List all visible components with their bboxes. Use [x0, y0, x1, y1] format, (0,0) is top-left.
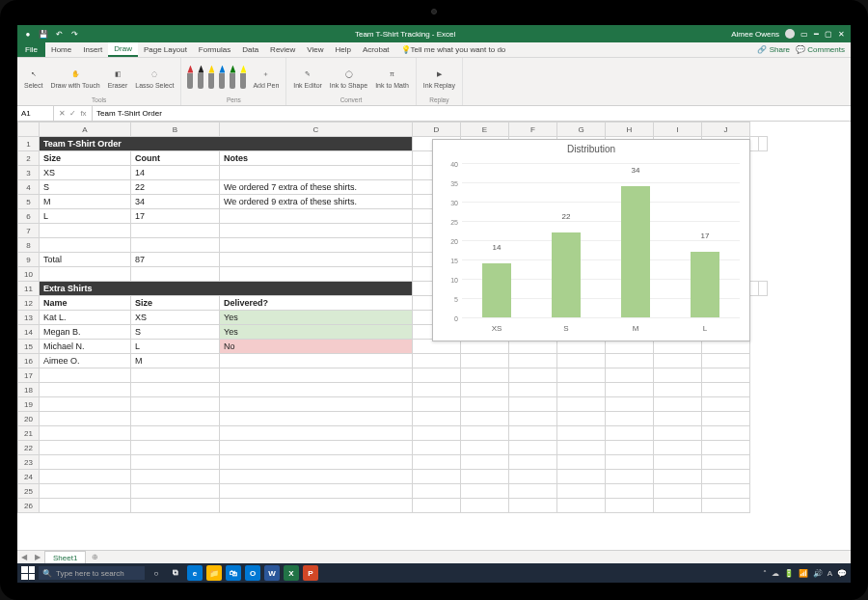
cell-size2-2[interactable]: L	[131, 340, 220, 354]
cell-notes-3[interactable]	[220, 209, 413, 224]
cell-I20[interactable]	[654, 412, 702, 426]
cell-D24[interactable]	[413, 470, 461, 484]
cell-A17[interactable]	[40, 368, 131, 383]
cell-A20[interactable]	[40, 412, 131, 426]
tab-data[interactable]: Data	[236, 42, 264, 57]
cell-size-0[interactable]: XS	[40, 166, 131, 180]
cell-C21[interactable]	[220, 426, 413, 441]
cell-G16[interactable]	[557, 354, 606, 368]
cell-A26[interactable]	[40, 499, 131, 513]
header-size[interactable]: Size	[40, 151, 131, 166]
cell-I19[interactable]	[654, 397, 702, 412]
cell-E23[interactable]	[461, 455, 509, 470]
cell-A19[interactable]	[40, 397, 131, 412]
cell-I16[interactable]	[654, 354, 702, 368]
cell-D16[interactable]	[413, 354, 461, 368]
cell-F25[interactable]	[509, 484, 557, 499]
cell-E18[interactable]	[461, 383, 509, 397]
cell-E19[interactable]	[461, 397, 509, 412]
cell-C18[interactable]	[220, 383, 413, 397]
cell-A7[interactable]	[40, 224, 131, 238]
cell-count-1[interactable]: 22	[131, 180, 220, 195]
draw-touch-button[interactable]: ✋Draw with Touch	[47, 67, 102, 90]
cell-J22[interactable]	[702, 441, 750, 455]
cell-A18[interactable]	[40, 383, 131, 397]
cell-E21[interactable]	[461, 426, 509, 441]
redo-icon[interactable]: ↷	[69, 29, 79, 39]
cell-H24[interactable]	[606, 470, 654, 484]
cell-D25[interactable]	[413, 484, 461, 499]
row-header-15[interactable]: 15	[18, 340, 40, 354]
close-icon[interactable]: ✕	[838, 30, 845, 39]
cell-E25[interactable]	[461, 484, 509, 499]
pen-black[interactable]	[196, 66, 205, 91]
tab-help[interactable]: Help	[330, 42, 357, 57]
cell-D17[interactable]	[413, 368, 461, 383]
cell-E16[interactable]	[461, 354, 509, 368]
cell-H20[interactable]	[606, 412, 654, 426]
formula-input[interactable]: Team T-Shirt Order	[93, 109, 851, 118]
row-header-19[interactable]: 19	[18, 397, 40, 412]
col-header-C[interactable]: C	[220, 123, 413, 137]
bar-XS[interactable]	[482, 263, 511, 317]
volume-icon[interactable]: 🔊	[813, 569, 823, 578]
pen-green[interactable]	[228, 66, 237, 91]
cell-G19[interactable]	[557, 397, 606, 412]
cell-D23[interactable]	[413, 455, 461, 470]
cell-I26[interactable]	[654, 499, 702, 513]
cell-H23[interactable]	[606, 455, 654, 470]
ink-to-shape-button[interactable]: ◯Ink to Shape	[327, 67, 370, 90]
cell-G26[interactable]	[557, 499, 606, 513]
cell-J16[interactable]	[702, 354, 750, 368]
cell-delivered-2[interactable]: No	[220, 340, 413, 354]
cell-H18[interactable]	[606, 383, 654, 397]
pen-red[interactable]	[185, 66, 195, 91]
eraser-button[interactable]: ◧Eraser	[105, 67, 131, 90]
name-box[interactable]: A1	[17, 106, 54, 121]
cell-C20[interactable]	[220, 412, 413, 426]
cell-C10[interactable]	[220, 267, 413, 282]
row-header-6[interactable]: 6	[18, 209, 40, 224]
header-count[interactable]: Count	[131, 151, 220, 166]
bar-M[interactable]	[621, 186, 650, 317]
store-icon[interactable]: 🛍	[226, 565, 241, 581]
cell-F21[interactable]	[509, 426, 557, 441]
tab-acrobat[interactable]: Acrobat	[357, 42, 395, 57]
cell-H19[interactable]	[606, 397, 654, 412]
cortana-icon[interactable]: ○	[149, 565, 164, 581]
wifi-icon[interactable]: 📶	[799, 569, 808, 578]
cell-J20[interactable]	[702, 412, 750, 426]
cell-E20[interactable]	[461, 412, 509, 426]
cell-G25[interactable]	[557, 484, 606, 499]
pen-yellow[interactable]	[206, 66, 216, 91]
cell-count-2[interactable]: 34	[131, 195, 220, 209]
total-label[interactable]: Total	[40, 253, 131, 267]
cell-E22[interactable]	[461, 441, 509, 455]
cell-B19[interactable]	[131, 397, 220, 412]
highlighter-yellow[interactable]	[238, 66, 248, 91]
cell-size-2[interactable]: M	[40, 195, 131, 209]
header-size2[interactable]: Size	[131, 296, 220, 311]
section1-title[interactable]: Team T-Shirt Order	[40, 137, 413, 151]
cell-E24[interactable]	[461, 470, 509, 484]
word-icon[interactable]: W	[264, 565, 280, 581]
row-header-12[interactable]: 12	[18, 296, 40, 311]
row-header-25[interactable]: 25	[18, 484, 40, 499]
row-header-5[interactable]: 5	[18, 195, 40, 209]
cancel-icon[interactable]: ✕	[59, 109, 66, 118]
bar-S[interactable]	[552, 232, 581, 317]
pen-gallery[interactable]	[185, 66, 248, 91]
cell-C26[interactable]	[220, 499, 413, 513]
cell-B22[interactable]	[131, 441, 220, 455]
cell-B17[interactable]	[131, 368, 220, 383]
cell-name-1[interactable]: Megan B.	[40, 325, 131, 340]
cell-F23[interactable]	[509, 455, 557, 470]
cell-H26[interactable]	[606, 499, 654, 513]
cell-J19[interactable]	[702, 397, 750, 412]
cell-B20[interactable]	[131, 412, 220, 426]
avatar[interactable]	[785, 29, 795, 39]
undo-icon[interactable]: ↶	[54, 29, 64, 39]
cell-D22[interactable]	[413, 441, 461, 455]
row-header-14[interactable]: 14	[18, 325, 40, 340]
excel-icon[interactable]: X	[284, 565, 299, 581]
